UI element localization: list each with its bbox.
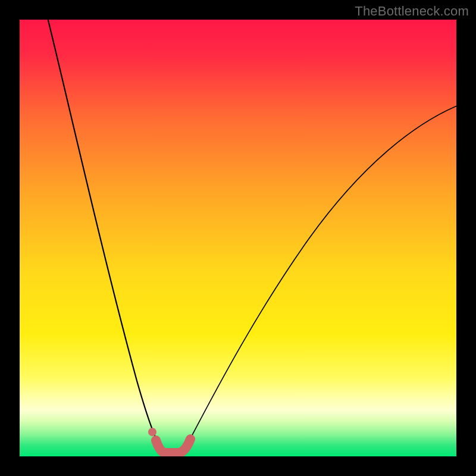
optimum-dot xyxy=(148,428,156,436)
plot-background xyxy=(20,20,456,456)
bottleneck-chart xyxy=(0,0,476,476)
chart-frame: TheBottleneck.com xyxy=(0,0,476,476)
watermark-text: TheBottleneck.com xyxy=(355,4,469,19)
